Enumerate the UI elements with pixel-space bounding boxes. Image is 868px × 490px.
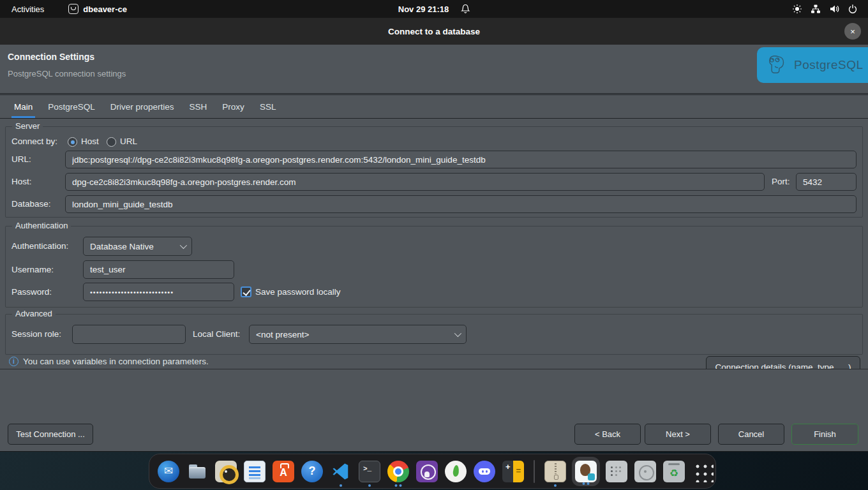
github-desktop-icon <box>416 461 438 482</box>
port-input[interactable] <box>796 173 857 191</box>
password-input[interactable] <box>83 283 234 301</box>
connect-by-url-radio-label[interactable]: URL <box>120 135 137 148</box>
text-editor-icon <box>606 461 627 482</box>
dock-item-disk-usage[interactable] <box>634 454 656 488</box>
local-client-label: Local Client: <box>193 328 240 341</box>
system-top-bar: Activities dbeaver-ce Nov 29 21:18 <box>0 0 868 18</box>
page-title: Connection Settings <box>8 52 94 62</box>
dock-item-text-editor[interactable] <box>606 454 627 488</box>
help-icon <box>301 461 323 482</box>
discord-icon <box>474 461 495 482</box>
tab-ssh[interactable]: SSH <box>188 95 209 118</box>
dock-item-thunderbird[interactable] <box>158 454 179 488</box>
cancel-button[interactable]: Cancel <box>718 424 784 445</box>
username-input[interactable] <box>83 260 234 279</box>
system-status-area[interactable] <box>792 4 868 14</box>
dock-item-files[interactable] <box>186 454 208 488</box>
tab-proxy[interactable]: Proxy <box>221 95 246 118</box>
disk-usage-icon <box>634 461 656 482</box>
dock-item-dbeaver[interactable] <box>572 457 600 486</box>
connect-by-url-radio[interactable] <box>107 137 116 147</box>
database-label: Database: <box>11 198 51 211</box>
ubuntu-software-icon <box>273 461 294 482</box>
dbeaver-icon <box>575 461 597 482</box>
dialog-titlebar[interactable]: Connect to a database × <box>0 18 868 45</box>
dock-item-app-grid[interactable] <box>692 454 714 488</box>
authentication-dropdown-value: Database Native <box>90 242 175 251</box>
database-input[interactable] <box>65 195 857 213</box>
chevron-down-icon <box>454 330 461 337</box>
libreoffice-writer-icon <box>244 461 266 482</box>
postgresql-logo-text: PostgreSQL <box>794 58 864 72</box>
rhythmbox-icon <box>215 461 237 482</box>
dock <box>149 454 716 489</box>
server-group-legend: Server <box>12 121 43 131</box>
save-password-checkbox[interactable] <box>241 286 251 297</box>
settings-tab-bar: MainPostgreSQLDriver propertiesSSHProxyS… <box>0 94 868 119</box>
postgresql-logo-badge: PostgreSQL <box>757 47 868 83</box>
local-client-dropdown-value: <not present> <box>256 330 449 339</box>
thunderbird-icon <box>158 461 179 482</box>
url-input[interactable] <box>65 151 857 168</box>
authentication-label: Authentication: <box>11 240 68 253</box>
connection-details-button[interactable]: Connection details (name, type, ... ) <box>706 356 860 369</box>
power-icon <box>848 4 858 14</box>
chevron-down-icon <box>180 242 187 249</box>
dock-item-chrome[interactable] <box>387 454 409 488</box>
volume-icon <box>829 4 839 14</box>
tab-ssl[interactable]: SSL <box>258 95 278 118</box>
clock[interactable]: Nov 29 21:18 <box>398 4 449 14</box>
page-subtitle: PostgreSQL connection settings <box>8 69 126 78</box>
back-button[interactable]: < Back <box>574 424 641 445</box>
dock-item-ubuntu-software[interactable] <box>273 454 294 488</box>
dock-item-discord[interactable] <box>474 454 495 488</box>
save-password-label[interactable]: Save password locally <box>255 286 341 299</box>
test-connection-button[interactable]: Test Connection ... <box>8 424 93 445</box>
focused-app-name: dbeaver-ce <box>83 4 127 14</box>
dock-item-terminal[interactable] <box>359 454 380 488</box>
finish-button[interactable]: Finish <box>791 424 858 445</box>
dock-item-libreoffice-writer[interactable] <box>244 454 266 488</box>
dock-item-github-desktop[interactable] <box>416 454 438 488</box>
host-input[interactable] <box>65 173 765 191</box>
session-role-label: Session role: <box>11 328 61 341</box>
dock-item-vscode[interactable] <box>330 454 352 488</box>
dock-item-archive-manager[interactable] <box>544 454 566 488</box>
tab-driver-properties[interactable]: Driver properties <box>109 95 176 118</box>
terminal-icon <box>359 461 380 482</box>
dock-item-trash[interactable] <box>663 454 685 488</box>
connect-by-host-radio[interactable] <box>68 137 77 147</box>
local-client-dropdown[interactable]: <not present> <box>249 325 467 344</box>
session-role-input[interactable] <box>72 325 186 344</box>
main-tab-content: Server Connect by: Host URL URL: Host: P… <box>0 119 868 369</box>
notification-bell-icon[interactable] <box>460 4 470 14</box>
dialog-title: Connect to a database <box>0 18 868 45</box>
network-icon <box>811 4 821 14</box>
activities-button[interactable]: Activities <box>0 0 56 18</box>
authentication-dropdown[interactable]: Database Native <box>83 237 192 256</box>
password-label: Password: <box>11 286 52 299</box>
trash-icon <box>663 461 685 482</box>
wizard-button-bar: Test Connection ... < Back Next > Cancel… <box>0 369 868 452</box>
port-label: Port: <box>772 175 790 188</box>
next-button[interactable]: Next > <box>645 424 711 445</box>
dock-item-calculator[interactable] <box>502 454 524 488</box>
tab-postgresql[interactable]: PostgreSQL <box>47 95 96 118</box>
info-row: i You can use variables in connection pa… <box>9 357 209 366</box>
close-icon[interactable]: × <box>844 23 861 40</box>
chrome-icon <box>387 461 409 482</box>
focused-app-menu[interactable]: dbeaver-ce <box>68 4 127 14</box>
connect-by-label: Connect by: <box>11 135 57 148</box>
dock-item-help[interactable] <box>301 454 323 488</box>
connect-by-host-radio-label[interactable]: Host <box>81 135 99 148</box>
archive-manager-icon <box>544 461 566 482</box>
files-folder-icon <box>186 461 208 482</box>
dbeaver-app-icon <box>68 4 79 14</box>
info-icon: i <box>9 357 19 366</box>
brightness-icon <box>792 4 802 14</box>
tab-main[interactable]: Main <box>13 95 34 118</box>
mongodb-icon <box>445 461 467 482</box>
dock-item-rhythmbox[interactable] <box>215 454 237 488</box>
dock-separator <box>534 460 535 483</box>
dock-item-mongodb[interactable] <box>445 454 467 488</box>
